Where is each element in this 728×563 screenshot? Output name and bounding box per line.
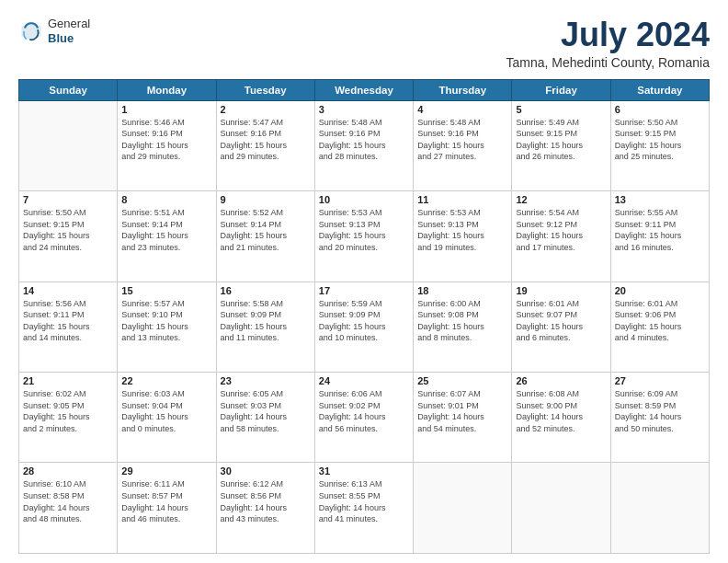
- day-number: 20: [615, 285, 705, 296]
- day-info: Sunrise: 6:01 AM Sunset: 9:06 PM Dayligh…: [615, 298, 705, 344]
- calendar-table: Sunday Monday Tuesday Wednesday Thursday…: [18, 79, 710, 554]
- day-number: 8: [121, 194, 211, 205]
- header: General Blue July 2024 Tamna, Mehedinti …: [18, 17, 710, 70]
- calendar-cell: 16Sunrise: 5:58 AM Sunset: 9:09 PM Dayli…: [216, 282, 314, 372]
- day-number: 16: [221, 285, 311, 296]
- col-sunday: Sunday: [19, 79, 118, 100]
- day-info: Sunrise: 5:47 AM Sunset: 9:16 PM Dayligh…: [221, 117, 311, 163]
- day-info: Sunrise: 5:52 AM Sunset: 9:14 PM Dayligh…: [221, 207, 311, 253]
- logo-text: General Blue: [48, 17, 90, 45]
- calendar-cell: 5Sunrise: 5:49 AM Sunset: 9:15 PM Daylig…: [512, 100, 610, 190]
- calendar-cell: [610, 463, 709, 554]
- calendar-cell: 4Sunrise: 5:48 AM Sunset: 9:16 PM Daylig…: [414, 100, 512, 190]
- calendar-cell: 11Sunrise: 5:53 AM Sunset: 9:13 PM Dayli…: [414, 191, 512, 282]
- day-number: 29: [121, 465, 211, 477]
- day-number: 9: [221, 194, 311, 205]
- col-saturday: Saturday: [610, 79, 709, 100]
- calendar-cell: 30Sunrise: 6:12 AM Sunset: 8:56 PM Dayli…: [216, 463, 314, 554]
- location: Tamna, Mehedinti County, Romania: [506, 55, 710, 70]
- day-info: Sunrise: 5:50 AM Sunset: 9:15 PM Dayligh…: [615, 117, 705, 163]
- day-info: Sunrise: 6:05 AM Sunset: 9:03 PM Dayligh…: [221, 388, 311, 434]
- calendar-cell: [19, 100, 118, 190]
- calendar-cell: 1Sunrise: 5:46 AM Sunset: 9:16 PM Daylig…: [118, 100, 216, 190]
- title-block: July 2024 Tamna, Mehedinti County, Roman…: [506, 17, 710, 70]
- day-info: Sunrise: 6:12 AM Sunset: 8:56 PM Dayligh…: [221, 478, 311, 524]
- logo: General Blue: [18, 17, 90, 45]
- calendar-cell: 22Sunrise: 6:03 AM Sunset: 9:04 PM Dayli…: [118, 373, 216, 463]
- day-info: Sunrise: 5:46 AM Sunset: 9:16 PM Dayligh…: [121, 117, 211, 163]
- calendar-week-1: 1Sunrise: 5:46 AM Sunset: 9:16 PM Daylig…: [19, 100, 710, 190]
- calendar-cell: 28Sunrise: 6:10 AM Sunset: 8:58 PM Dayli…: [19, 463, 118, 554]
- col-monday: Monday: [118, 79, 216, 100]
- day-info: Sunrise: 5:48 AM Sunset: 9:16 PM Dayligh…: [319, 117, 409, 163]
- calendar-cell: 24Sunrise: 6:06 AM Sunset: 9:02 PM Dayli…: [314, 373, 413, 463]
- day-number: 5: [516, 104, 606, 115]
- day-number: 6: [615, 104, 705, 115]
- day-info: Sunrise: 5:55 AM Sunset: 9:11 PM Dayligh…: [615, 207, 705, 253]
- calendar-cell: 27Sunrise: 6:09 AM Sunset: 8:59 PM Dayli…: [610, 373, 709, 463]
- day-info: Sunrise: 6:06 AM Sunset: 9:02 PM Dayligh…: [319, 388, 409, 434]
- day-info: Sunrise: 5:50 AM Sunset: 9:15 PM Dayligh…: [23, 207, 113, 253]
- day-info: Sunrise: 5:51 AM Sunset: 9:14 PM Dayligh…: [121, 207, 211, 253]
- calendar-page: General Blue July 2024 Tamna, Mehedinti …: [0, 0, 728, 563]
- day-number: 28: [23, 465, 113, 477]
- day-number: 11: [417, 194, 507, 205]
- day-info: Sunrise: 6:02 AM Sunset: 9:05 PM Dayligh…: [23, 388, 113, 434]
- calendar-week-3: 14Sunrise: 5:56 AM Sunset: 9:11 PM Dayli…: [19, 282, 710, 372]
- calendar-week-4: 21Sunrise: 6:02 AM Sunset: 9:05 PM Dayli…: [19, 373, 710, 463]
- col-thursday: Thursday: [414, 79, 512, 100]
- day-info: Sunrise: 6:03 AM Sunset: 9:04 PM Dayligh…: [121, 388, 211, 434]
- day-number: 12: [516, 194, 606, 205]
- day-number: 10: [319, 194, 409, 205]
- day-number: 30: [221, 465, 311, 477]
- day-info: Sunrise: 6:10 AM Sunset: 8:58 PM Dayligh…: [23, 478, 113, 524]
- logo-icon: [18, 18, 44, 44]
- col-wednesday: Wednesday: [314, 79, 413, 100]
- calendar-cell: 26Sunrise: 6:08 AM Sunset: 9:00 PM Dayli…: [512, 373, 610, 463]
- day-number: 19: [516, 285, 606, 296]
- day-info: Sunrise: 6:01 AM Sunset: 9:07 PM Dayligh…: [516, 298, 606, 344]
- calendar-cell: 18Sunrise: 6:00 AM Sunset: 9:08 PM Dayli…: [414, 282, 512, 372]
- day-number: 7: [23, 194, 113, 205]
- calendar-cell: 25Sunrise: 6:07 AM Sunset: 9:01 PM Dayli…: [414, 373, 512, 463]
- calendar-cell: 13Sunrise: 5:55 AM Sunset: 9:11 PM Dayli…: [610, 191, 709, 282]
- day-info: Sunrise: 5:58 AM Sunset: 9:09 PM Dayligh…: [221, 298, 311, 344]
- day-info: Sunrise: 5:59 AM Sunset: 9:09 PM Dayligh…: [319, 298, 409, 344]
- day-info: Sunrise: 5:49 AM Sunset: 9:15 PM Dayligh…: [516, 117, 606, 163]
- calendar-cell: 14Sunrise: 5:56 AM Sunset: 9:11 PM Dayli…: [19, 282, 118, 372]
- calendar-cell: 12Sunrise: 5:54 AM Sunset: 9:12 PM Dayli…: [512, 191, 610, 282]
- day-number: 24: [319, 375, 409, 386]
- day-number: 4: [417, 104, 507, 115]
- day-info: Sunrise: 5:48 AM Sunset: 9:16 PM Dayligh…: [417, 117, 507, 163]
- day-info: Sunrise: 6:07 AM Sunset: 9:01 PM Dayligh…: [417, 388, 507, 434]
- day-info: Sunrise: 5:56 AM Sunset: 9:11 PM Dayligh…: [23, 298, 113, 344]
- day-info: Sunrise: 6:08 AM Sunset: 9:00 PM Dayligh…: [516, 388, 606, 434]
- day-number: 14: [23, 285, 113, 296]
- day-number: 3: [319, 104, 409, 115]
- calendar-cell: 19Sunrise: 6:01 AM Sunset: 9:07 PM Dayli…: [512, 282, 610, 372]
- day-number: 31: [319, 465, 409, 477]
- calendar-cell: 6Sunrise: 5:50 AM Sunset: 9:15 PM Daylig…: [610, 100, 709, 190]
- calendar-cell: 29Sunrise: 6:11 AM Sunset: 8:57 PM Dayli…: [118, 463, 216, 554]
- calendar-cell: 7Sunrise: 5:50 AM Sunset: 9:15 PM Daylig…: [19, 191, 118, 282]
- calendar-cell: [414, 463, 512, 554]
- calendar-cell: 3Sunrise: 5:48 AM Sunset: 9:16 PM Daylig…: [314, 100, 413, 190]
- calendar-cell: 23Sunrise: 6:05 AM Sunset: 9:03 PM Dayli…: [216, 373, 314, 463]
- calendar-cell: [512, 463, 610, 554]
- day-info: Sunrise: 6:00 AM Sunset: 9:08 PM Dayligh…: [417, 298, 507, 344]
- day-info: Sunrise: 5:57 AM Sunset: 9:10 PM Dayligh…: [121, 298, 211, 344]
- day-number: 26: [516, 375, 606, 386]
- day-number: 21: [23, 375, 113, 386]
- calendar-week-5: 28Sunrise: 6:10 AM Sunset: 8:58 PM Dayli…: [19, 463, 710, 554]
- calendar-cell: 2Sunrise: 5:47 AM Sunset: 9:16 PM Daylig…: [216, 100, 314, 190]
- calendar-cell: 20Sunrise: 6:01 AM Sunset: 9:06 PM Dayli…: [610, 282, 709, 372]
- day-info: Sunrise: 6:11 AM Sunset: 8:57 PM Dayligh…: [121, 478, 211, 524]
- day-number: 13: [615, 194, 705, 205]
- calendar-cell: 31Sunrise: 6:13 AM Sunset: 8:55 PM Dayli…: [314, 463, 413, 554]
- calendar-cell: 17Sunrise: 5:59 AM Sunset: 9:09 PM Dayli…: [314, 282, 413, 372]
- calendar-header-row: Sunday Monday Tuesday Wednesday Thursday…: [19, 79, 710, 100]
- day-number: 18: [417, 285, 507, 296]
- day-number: 15: [121, 285, 211, 296]
- calendar-cell: 21Sunrise: 6:02 AM Sunset: 9:05 PM Dayli…: [19, 373, 118, 463]
- day-info: Sunrise: 5:54 AM Sunset: 9:12 PM Dayligh…: [516, 207, 606, 253]
